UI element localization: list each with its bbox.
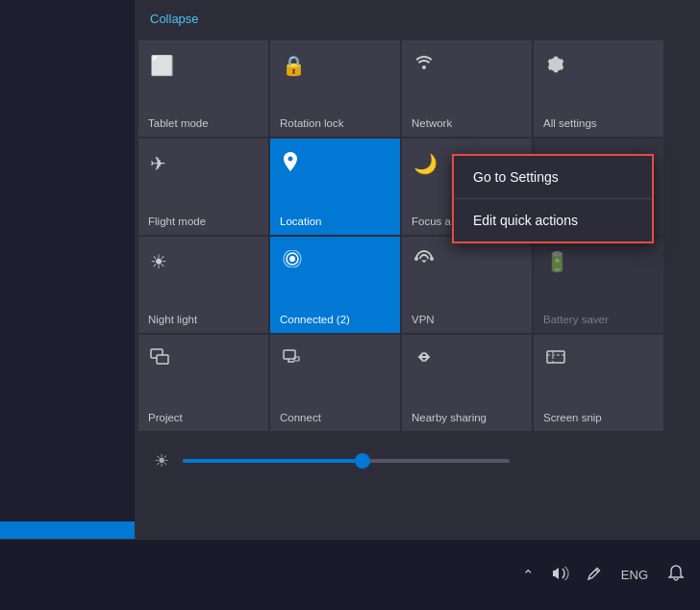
battery-saver-icon: 🔋 <box>545 250 569 273</box>
vpn-icon <box>413 250 435 272</box>
brightness-area: ☀ <box>135 437 700 485</box>
svg-rect-7 <box>157 355 168 364</box>
svg-point-4 <box>414 257 418 261</box>
svg-point-1 <box>289 256 295 262</box>
tile-label-location: Location <box>280 216 321 227</box>
tile-label-tablet-mode: Tablet mode <box>148 117 209 129</box>
tile-screen-snip[interactable]: Screen snip <box>534 335 663 431</box>
tile-label-nearby-sharing: Nearby sharing <box>412 412 487 423</box>
svg-point-0 <box>422 65 426 69</box>
tile-label-flight-mode: Flight mode <box>148 216 206 227</box>
flight-mode-icon: ✈ <box>150 152 166 175</box>
tile-rotation-lock[interactable]: 🔒 Rotation lock <box>270 40 400 137</box>
sidebar-blue-bar <box>0 521 135 539</box>
tile-label-screen-snip: Screen snip <box>543 412 602 423</box>
tile-all-settings[interactable]: All settings <box>534 40 663 137</box>
tile-label-network: Network <box>412 117 452 129</box>
brightness-slider[interactable] <box>183 459 510 463</box>
screen-snip-icon <box>545 348 566 370</box>
context-menu: Go to Settings Edit quick actions <box>452 154 654 243</box>
tile-vpn[interactable]: VPN <box>402 237 532 333</box>
focus-assist-icon: 🌙 <box>413 152 438 175</box>
tile-night-light[interactable]: ☀ Night light <box>138 237 268 333</box>
tile-label-all-settings: All settings <box>543 117 597 129</box>
network-icon <box>413 54 435 76</box>
tile-project[interactable]: Project <box>138 335 268 431</box>
tile-connected[interactable]: Connected (2) <box>270 237 400 333</box>
tile-nearby-sharing[interactable]: Nearby sharing <box>402 335 532 431</box>
action-center: Collapse ⬜ Tablet mode 🔒 Rotation lock N… <box>135 0 700 539</box>
tile-network[interactable]: Network <box>402 40 532 137</box>
slider-fill <box>183 459 362 463</box>
notification-icon[interactable] <box>663 561 688 590</box>
tile-label-rotation-lock: Rotation lock <box>280 117 343 129</box>
tile-location[interactable]: Location <box>270 139 400 235</box>
all-settings-icon <box>545 54 566 80</box>
nearby-sharing-icon <box>413 348 435 370</box>
volume-icon[interactable] <box>548 562 573 588</box>
tile-tablet-mode[interactable]: ⬜ Tablet mode <box>138 40 268 137</box>
connect-icon <box>282 348 301 370</box>
collapse-button[interactable]: Collapse <box>135 0 214 38</box>
language-indicator[interactable]: ENG <box>615 564 654 586</box>
taskbar: ⌃ ENG <box>0 539 700 610</box>
location-icon <box>282 152 299 178</box>
connected-icon <box>282 250 303 272</box>
tile-label-vpn: VPN <box>412 314 435 325</box>
tile-label-battery-saver: Battery saver <box>543 314 609 325</box>
slider-thumb[interactable] <box>355 453 370 469</box>
rotation-lock-icon: 🔒 <box>282 54 306 77</box>
project-icon <box>150 348 169 370</box>
tile-label-connected: Connected (2) <box>280 314 350 325</box>
edit-quick-actions-item[interactable]: Edit quick actions <box>454 199 652 241</box>
pen-icon[interactable] <box>583 562 606 588</box>
night-light-icon: ☀ <box>150 250 167 273</box>
tile-label-night-light: Night light <box>148 314 197 325</box>
tablet-mode-icon: ⬜ <box>150 54 174 77</box>
svg-rect-8 <box>284 350 295 359</box>
brightness-icon: ☀ <box>154 450 169 471</box>
chevron-up-icon[interactable]: ⌃ <box>518 563 538 588</box>
sidebar <box>0 0 135 539</box>
tile-label-project: Project <box>148 412 183 423</box>
tile-label-connect: Connect <box>280 412 321 423</box>
svg-point-5 <box>430 257 434 261</box>
svg-rect-10 <box>547 351 564 363</box>
go-to-settings-item[interactable]: Go to Settings <box>454 156 652 198</box>
tile-flight-mode[interactable]: ✈ Flight mode <box>138 139 268 235</box>
tile-connect[interactable]: Connect <box>270 335 400 431</box>
tile-battery-saver[interactable]: 🔋 Battery saver <box>534 237 663 333</box>
